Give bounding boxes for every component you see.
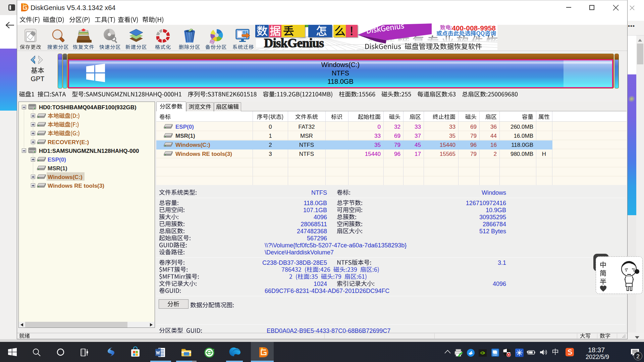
svg-text:intel: intel (493, 354, 497, 356)
